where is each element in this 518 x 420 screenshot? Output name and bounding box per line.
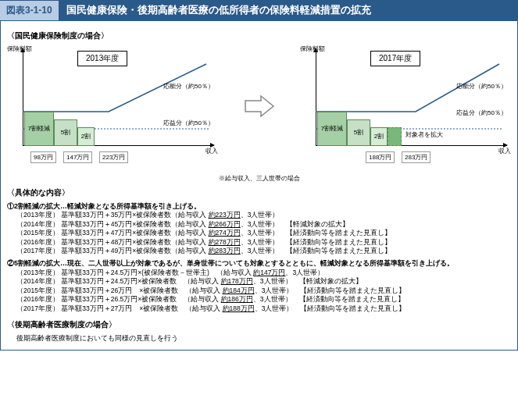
chart-footnote: ※給与収入、三人世帯の場合	[7, 174, 511, 183]
note-onou: 応能分（約50％）	[456, 82, 507, 91]
detail-row: （2014年度） 基準額33万円＋24.5万円×被保険者数 （給与収入 約178…	[16, 277, 511, 286]
figure-number: 図表3-1-10	[0, 1, 59, 20]
reduction-bars: 7割軽減 5割 2割	[317, 112, 402, 146]
section-kouki-text: 後期高齢者医療制度においても同様の見直しを行う	[7, 333, 511, 343]
x-axis-label: 収入	[205, 147, 218, 155]
detail-row: （2013年度） 基準額33万円＋35万円×被保険者数（給与収入 約223万円、…	[16, 211, 511, 219]
arrow-icon	[244, 94, 275, 119]
detail-row: （2017年度） 基準額33万円＋49万円×被保険者数（給与収入 約283万円、…	[16, 247, 511, 255]
bar-20pct: 2割	[77, 127, 95, 146]
tick-223: 223万円	[99, 151, 128, 163]
bar-50pct: 5割	[54, 119, 77, 146]
detail-row: （2015年度） 基準額33万円＋26万円 ×被保険者数 （給与収入 約184万…	[16, 287, 511, 295]
x-axis-label: 収入	[498, 147, 511, 155]
figure-header: 図表3-1-10 国民健康保険・後期高齢者医療の低所得者の保険料軽減措置の拡充	[0, 0, 518, 20]
chart-2013: 保険料額 収入 2013年度 7割軽減 5割 2割 応能分（約50％） 応益分（…	[7, 44, 218, 169]
detail-row: （2016年度） 基準額33万円＋48万円×被保険者数（給与収入 約278万円、…	[16, 238, 511, 247]
reduction-bars: 7割軽減 5割 2割	[24, 112, 95, 146]
bar-20pct: 2割	[370, 127, 388, 146]
bar-50pct: 5割	[347, 119, 370, 146]
bar-70pct: 7割軽減	[24, 112, 54, 146]
figure-content: 〈国民健康保険制度の場合〉 保険料額 収入 2013年度 7割軽減 5割 2割 …	[0, 20, 518, 351]
details-title: 〈具体的な内容〉	[7, 187, 511, 198]
tick-283: 283万円	[402, 151, 430, 163]
bar-extended	[388, 127, 402, 146]
chart-2017: 保険料額 収入 2017年度 7割軽減 5割 2割 応能分（約50％） 応益分（…	[300, 44, 511, 169]
bar-70pct: 7割軽減	[317, 112, 347, 146]
tick-147: 147万円	[63, 151, 92, 163]
note-oueki: 応益分（約50％）	[456, 109, 507, 117]
tick-188: 188万円	[366, 151, 395, 163]
detail-row: （2017年度） 基準額33万円＋27万円 ×被保険者数 （給与収入 約188万…	[16, 304, 511, 313]
note-oueki: 応益分（約50％）	[163, 119, 214, 127]
section-kokuho: 〈国民健康保険制度の場合〉	[7, 30, 511, 41]
item2-head: ②5割軽減の拡大…現在、二人世帯以上が対象であるが、単身世帯についても対象とする…	[7, 258, 511, 268]
charts-row: 保険料額 収入 2013年度 7割軽減 5割 2割 応能分（約50％） 応益分（…	[7, 44, 511, 169]
note-onou: 応能分（約50％）	[163, 82, 214, 91]
note-expand: 対象者を拡大	[405, 130, 443, 139]
detail-row: （2014年度） 基準額33万円＋45万円×被保険者数（給与収入 約266万円、…	[16, 220, 511, 229]
detail-row: （2015年度） 基準額33万円＋47万円×被保険者数（給与収入 約274万円、…	[16, 229, 511, 237]
section-kouki: 〈後期高齢者医療制度の場合〉	[7, 319, 511, 330]
figure-title: 国民健康保険・後期高齢者医療の低所得者の保険料軽減措置の拡充	[59, 0, 379, 20]
details-block: ①2割軽減の拡大…軽減対象となる所得基準額を引き上げる。 （2013年度） 基準…	[7, 201, 511, 313]
tick-98: 98万円	[30, 151, 56, 163]
item1-head: ①2割軽減の拡大…軽減対象となる所得基準額を引き上げる。	[7, 201, 511, 211]
detail-row: （2016年度） 基準額33万円＋26.5万円×被保険者数 （給与収入 約186…	[16, 295, 511, 304]
detail-row: （2013年度） 基準額33万円＋24.5万円×(被保険者数－世帯主) （給与収…	[16, 269, 511, 277]
